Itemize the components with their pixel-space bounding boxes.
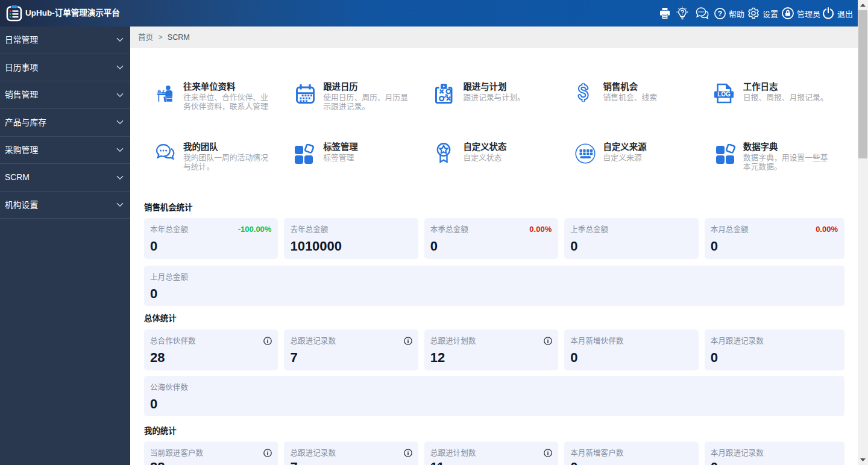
svg-text:?: ? [718,9,722,17]
svg-text:LOG: LOG [717,91,731,98]
